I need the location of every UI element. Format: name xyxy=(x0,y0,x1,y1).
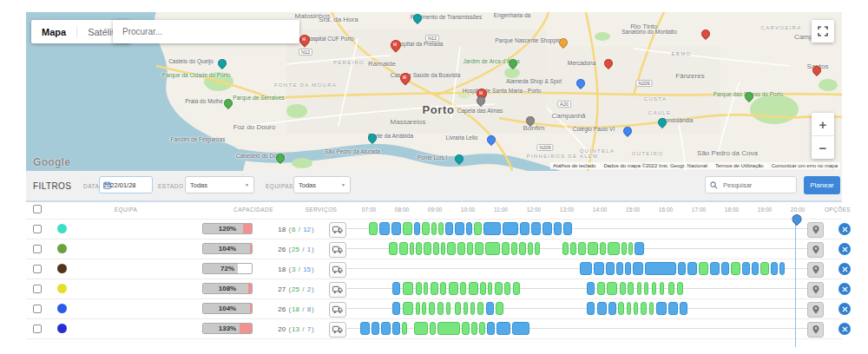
row-checkbox[interactable] xyxy=(33,265,42,273)
service-block[interactable] xyxy=(496,322,510,335)
service-block[interactable] xyxy=(464,302,468,315)
service-block[interactable] xyxy=(554,222,562,235)
vehicle-button[interactable] xyxy=(329,322,346,338)
service-block[interactable] xyxy=(608,302,616,315)
service-block[interactable] xyxy=(742,262,750,275)
service-block[interactable] xyxy=(779,262,785,275)
service-block[interactable] xyxy=(467,242,473,255)
service-block[interactable] xyxy=(470,302,475,315)
remove-team-button[interactable] xyxy=(838,223,851,235)
service-block[interactable] xyxy=(422,222,430,235)
service-block[interactable] xyxy=(660,282,664,295)
poi-pin-icon[interactable] xyxy=(224,99,231,106)
poi-pin-icon[interactable] xyxy=(701,30,708,36)
service-block[interactable] xyxy=(578,242,586,255)
service-block[interactable] xyxy=(710,262,720,275)
service-block[interactable] xyxy=(628,242,633,255)
service-block[interactable] xyxy=(503,222,518,235)
service-block[interactable] xyxy=(424,242,431,255)
service-block[interactable] xyxy=(721,262,729,275)
service-block[interactable] xyxy=(446,302,450,315)
service-block[interactable] xyxy=(372,322,379,335)
vehicle-button[interactable] xyxy=(329,262,346,278)
service-block[interactable] xyxy=(437,322,460,335)
service-block[interactable] xyxy=(621,242,627,255)
service-block[interactable] xyxy=(475,242,483,255)
service-block[interactable] xyxy=(680,302,687,315)
service-block[interactable] xyxy=(416,282,422,295)
service-block[interactable] xyxy=(391,222,401,235)
service-block[interactable] xyxy=(511,242,517,255)
zoom-in-button[interactable]: + xyxy=(812,113,834,136)
service-block[interactable] xyxy=(635,242,644,255)
map-type-map-button[interactable]: Mapa xyxy=(31,27,76,37)
service-block[interactable] xyxy=(416,302,420,315)
service-block[interactable] xyxy=(457,242,465,255)
service-block[interactable] xyxy=(597,282,605,295)
hospital-pin-icon[interactable]: H xyxy=(391,40,399,49)
row-checkbox[interactable] xyxy=(33,324,42,333)
service-block[interactable] xyxy=(469,282,478,295)
service-block[interactable] xyxy=(502,242,510,255)
service-block[interactable] xyxy=(414,322,428,335)
service-block[interactable] xyxy=(587,302,595,315)
remove-team-button[interactable] xyxy=(838,263,851,275)
service-block[interactable] xyxy=(403,222,412,235)
service-block[interactable] xyxy=(438,222,444,235)
poi-pin-icon[interactable] xyxy=(368,134,375,141)
service-block[interactable] xyxy=(668,282,674,295)
service-block[interactable] xyxy=(410,242,414,255)
date-picker[interactable]: 2022/01/28 xyxy=(99,176,153,193)
fullscreen-button[interactable] xyxy=(812,20,834,43)
service-block[interactable] xyxy=(403,302,413,315)
service-block[interactable] xyxy=(606,262,615,275)
poi-pin-icon[interactable] xyxy=(576,79,583,86)
service-block[interactable] xyxy=(633,262,643,275)
zoom-out-button[interactable]: − xyxy=(812,136,834,159)
vehicle-button[interactable] xyxy=(329,282,346,298)
attribution-link[interactable]: Atalhos de teclado xyxy=(553,163,595,168)
locate-team-button[interactable] xyxy=(807,242,824,258)
poi-pin-icon[interactable] xyxy=(604,59,611,66)
row-checkbox[interactable] xyxy=(33,285,42,293)
service-block[interactable] xyxy=(644,282,648,295)
service-block[interactable] xyxy=(677,282,683,295)
service-block[interactable] xyxy=(641,302,647,315)
service-block[interactable] xyxy=(616,262,623,275)
service-block[interactable] xyxy=(433,242,439,255)
service-block[interactable] xyxy=(699,262,708,275)
plan-button[interactable]: Planear xyxy=(804,176,840,194)
remove-team-button[interactable] xyxy=(838,283,851,295)
service-block[interactable] xyxy=(422,302,426,315)
remove-team-button[interactable] xyxy=(838,303,851,315)
estado-select[interactable]: Todas ▼ xyxy=(185,176,254,193)
poi-pin-icon[interactable] xyxy=(218,59,225,66)
service-block[interactable] xyxy=(485,242,500,255)
service-block[interactable] xyxy=(437,302,444,315)
service-block[interactable] xyxy=(625,262,631,275)
service-block[interactable] xyxy=(645,262,676,275)
poi-pin-icon[interactable] xyxy=(477,96,483,103)
service-block[interactable] xyxy=(486,302,494,315)
service-block[interactable] xyxy=(495,282,503,295)
locate-team-button[interactable] xyxy=(807,322,824,338)
service-block[interactable] xyxy=(580,262,592,275)
service-block[interactable] xyxy=(752,262,759,275)
service-block[interactable] xyxy=(480,282,486,295)
locate-team-button[interactable] xyxy=(807,282,824,298)
service-block[interactable] xyxy=(360,322,370,335)
service-block[interactable] xyxy=(449,282,458,295)
service-block[interactable] xyxy=(649,302,654,315)
poi-pin-icon[interactable] xyxy=(455,154,462,161)
poi-pin-icon[interactable] xyxy=(623,127,630,134)
attribution-link[interactable]: Dados do mapa ©2022 Inst. Geogr. Naciona… xyxy=(603,163,707,168)
service-block[interactable] xyxy=(402,322,407,335)
remove-team-button[interactable] xyxy=(838,243,851,255)
service-block[interactable] xyxy=(520,222,529,235)
service-block[interactable] xyxy=(563,222,572,235)
service-block[interactable] xyxy=(389,242,398,255)
service-block[interactable] xyxy=(416,242,422,255)
service-block[interactable] xyxy=(392,322,400,335)
service-block[interactable] xyxy=(542,222,552,235)
service-block[interactable] xyxy=(447,242,456,255)
